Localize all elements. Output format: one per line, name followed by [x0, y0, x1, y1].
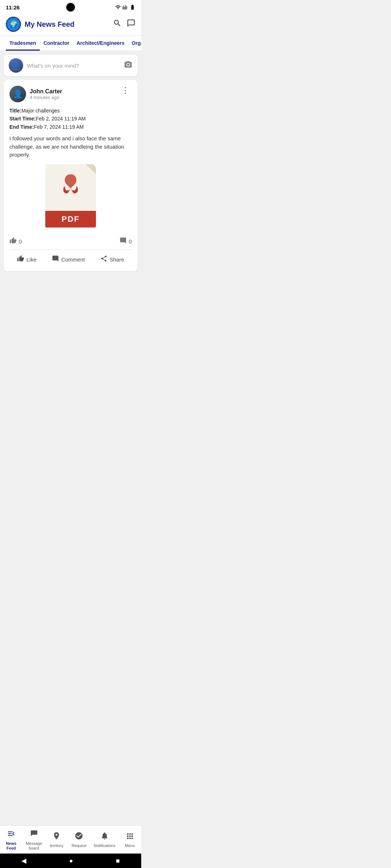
share-icon [100, 255, 108, 264]
post-author-avatar: 👤 [9, 86, 26, 102]
search-button[interactable] [113, 19, 122, 30]
like-label: Like [26, 256, 37, 263]
comment-icon [52, 255, 59, 264]
post-input-placeholder[interactable]: What's on your mind? [27, 63, 120, 69]
post-card: 👤 John Carter 4 minutes ago ⋮ Title:Majo… [4, 80, 138, 271]
comments-stat: 0 [119, 237, 132, 246]
camera-icon [124, 60, 133, 69]
comments-count: 0 [129, 238, 132, 244]
like-icon [17, 255, 24, 264]
post-header: 👤 John Carter 4 minutes ago ⋮ [9, 86, 132, 102]
post-end-time-line: End Time:Feb 7, 2024 11:19 AM [9, 123, 132, 131]
message-button[interactable] [127, 19, 135, 30]
status-bar: 11:26 [0, 0, 141, 13]
title-value: Major challenges [21, 108, 60, 114]
likes-stat: 0 [9, 237, 22, 246]
header: 🌍 My News Feed [0, 13, 141, 36]
tab-organi[interactable]: Organi [128, 40, 141, 51]
start-time-value: Feb 2, 2024 11:19 AM [36, 116, 86, 122]
post-time: 4 minutes ago [30, 95, 62, 100]
comment-action-svg [52, 255, 59, 262]
thumb-up-icon [9, 237, 17, 246]
post-actions: Like Comment Share [9, 250, 132, 265]
logo-svg: 🌍 [6, 17, 21, 32]
comment-bubble-icon [119, 237, 127, 246]
post-meta: Title:Major challenges Start Time:Feb 2,… [9, 107, 132, 131]
search-icon [113, 19, 122, 27]
author-avatar-image: 👤 [9, 86, 26, 102]
pdf-label: PDF [45, 211, 96, 227]
post-title-line: Title:Major challenges [9, 107, 132, 115]
post-author-info: John Carter 4 minutes ago [30, 88, 62, 100]
share-button[interactable]: Share [97, 254, 128, 265]
current-user-avatar: 👤 [9, 58, 23, 73]
post-body: I followed your words and i also face th… [9, 135, 132, 159]
pdf-svg-icon [56, 171, 85, 200]
pdf-fold [86, 164, 96, 174]
end-time-label: End Time: [9, 124, 34, 130]
pdf-attachment[interactable]: PDF [9, 164, 132, 227]
share-label: Share [110, 256, 124, 263]
author-name: John Carter [30, 88, 62, 95]
comment-svg [119, 237, 127, 244]
start-time-label: Start Time: [9, 116, 36, 122]
status-icons [115, 4, 135, 10]
likes-count: 0 [19, 238, 22, 244]
pdf-paper: PDF [45, 164, 96, 227]
user-avatar-image: 👤 [9, 58, 23, 73]
title-label: Title: [9, 108, 21, 114]
post-more-button[interactable]: ⋮ [119, 86, 132, 95]
svg-text:🌍: 🌍 [9, 20, 18, 28]
post-stats: 0 0 [9, 233, 132, 250]
share-svg [100, 255, 108, 262]
like-button[interactable]: Like [13, 254, 40, 265]
signal-icon [122, 4, 128, 10]
post-author: 👤 John Carter 4 minutes ago [9, 86, 62, 102]
status-time: 11:26 [6, 4, 20, 10]
pdf-acrobat-icon [56, 171, 85, 204]
category-tabs: Tradesmen Contractor Architect/Engineers… [0, 36, 141, 51]
header-actions [113, 19, 135, 30]
app-logo: 🌍 [6, 17, 21, 32]
comment-label: Comment [61, 256, 85, 263]
like-svg [17, 255, 24, 262]
camera-notch [66, 3, 75, 12]
battery-icon [130, 4, 135, 10]
post-start-time-line: Start Time:Feb 2, 2024 11:19 AM [9, 115, 132, 123]
camera-button[interactable] [124, 60, 133, 71]
post-input-area: 👤 What's on your mind? [4, 55, 138, 76]
tab-contractor[interactable]: Contractor [40, 40, 73, 51]
tab-tradesmen[interactable]: Tradesmen [6, 40, 40, 51]
thumbsup-svg [9, 237, 17, 244]
wifi-icon [115, 4, 121, 10]
page-title: My News Feed [25, 20, 109, 29]
tab-architect-engineers[interactable]: Architect/Engineers [73, 40, 128, 51]
comment-button[interactable]: Comment [48, 254, 88, 265]
end-time-value: Feb 7, 2024 11:19 AM [34, 124, 84, 130]
message-icon [127, 19, 135, 27]
